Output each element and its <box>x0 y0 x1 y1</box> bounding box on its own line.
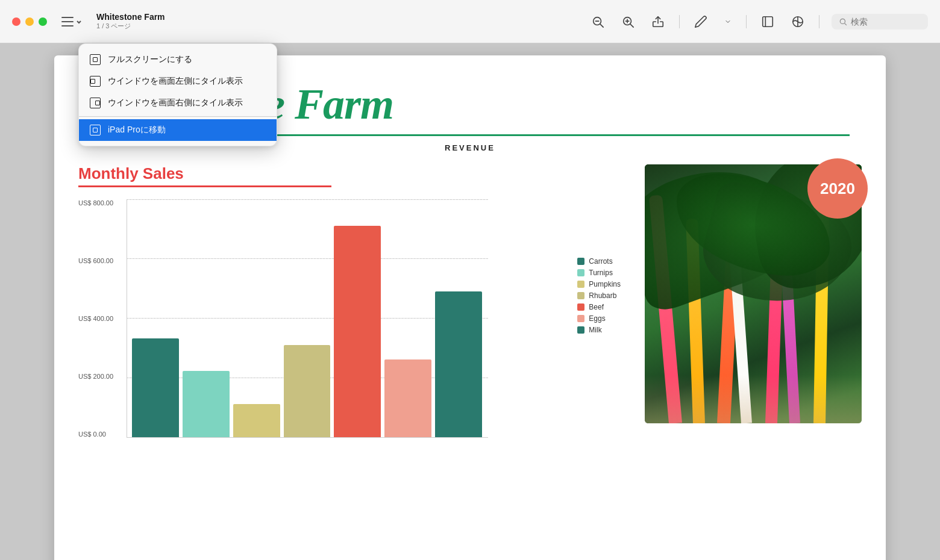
y-label-0: US$ 0.00 <box>78 431 113 438</box>
menu-item-ipad[interactable]: iPad Proに移動 <box>79 119 277 141</box>
fullscreen-icon-inner <box>93 57 98 62</box>
chart-bar-beef <box>334 226 381 437</box>
chart-bar-carrots <box>132 338 179 437</box>
search-icon <box>839 17 847 26</box>
svg-line-6 <box>630 24 633 27</box>
menu-divider <box>79 116 277 117</box>
thumbnails-icon <box>761 15 774 28</box>
legend-label-carrots: Carrots <box>589 257 612 266</box>
y-label-600: US$ 600.00 <box>78 257 113 264</box>
thumbnails-button[interactable] <box>759 13 777 31</box>
chart-bar-rhubarb <box>284 345 331 437</box>
share-icon <box>651 15 665 28</box>
tile-left-icon-inner <box>90 79 95 84</box>
chart-bar-eggs <box>384 359 431 437</box>
legend-label-pumpkins: Pumpkins <box>589 280 621 288</box>
ipad-icon <box>90 125 101 135</box>
ipad-icon-inner <box>93 128 98 132</box>
year-badge: 2020 <box>807 158 868 219</box>
toolbar-actions <box>589 13 928 31</box>
legend-item-rhubarb: Rhubarb <box>577 291 621 300</box>
image-section: 2020 <box>645 164 862 423</box>
sidebar-icon <box>61 17 74 26</box>
titlebar: Whitestone Farm 1 / 3 ページ <box>0 0 940 43</box>
svg-rect-7 <box>763 16 773 26</box>
legend-item-milk: Milk <box>577 326 621 334</box>
legend-item-pumpkins: Pumpkins <box>577 280 621 288</box>
zoom-out-button[interactable] <box>589 13 607 31</box>
legend-label-beef: Beef <box>589 303 604 311</box>
legend-item-turnips: Turnips <box>577 269 621 277</box>
legend-swatch-beef <box>577 303 584 311</box>
menu-item-fullscreen[interactable]: フルスクリーンにする <box>79 49 277 70</box>
y-label-400: US$ 400.00 <box>78 315 113 322</box>
legend-label-eggs: Eggs <box>589 314 605 323</box>
tile-left-icon <box>90 76 101 87</box>
maximize-button[interactable] <box>39 17 47 26</box>
menu-item-ipad-label: iPad Proに移動 <box>108 125 166 135</box>
minimize-button[interactable] <box>25 17 34 26</box>
fullscreen-icon <box>90 54 101 65</box>
search-input[interactable] <box>851 17 911 26</box>
svg-line-12 <box>845 23 847 25</box>
legend-item-eggs: Eggs <box>577 314 621 323</box>
toolbar-divider3 <box>819 15 819 28</box>
chart-bar-pumpkins <box>233 404 280 437</box>
title-block: Whitestone Farm 1 / 3 ページ <box>96 12 165 31</box>
chart-title: Monthly Sales <box>78 164 621 183</box>
chevron-down-icon <box>76 19 82 25</box>
chart-container: US$ 800.00 US$ 600.00 US$ 400.00 US$ 200… <box>78 199 500 452</box>
zoom-out-icon <box>591 15 604 28</box>
tile-right-icon <box>90 98 101 108</box>
toolbar-divider2 <box>746 15 747 28</box>
annotate-button[interactable] <box>692 13 710 31</box>
window-controls <box>12 17 47 26</box>
chart-section: Monthly Sales US$ 800.00 US$ 600.00 <box>78 164 621 452</box>
chevron-down-icon <box>724 18 732 25</box>
menu-item-tile-right-label: ウインドウを画面右側にタイル表示 <box>108 98 243 108</box>
legend-label-turnips: Turnips <box>589 269 613 277</box>
legend-swatch-eggs <box>577 315 584 322</box>
zoom-in-icon <box>621 15 634 28</box>
legend-swatch-carrots <box>577 258 584 265</box>
document-title: Whitestone Farm <box>96 12 165 22</box>
legend-swatch-pumpkins <box>577 281 584 288</box>
zoom-in-button[interactable] <box>619 13 637 31</box>
menu-item-tile-left[interactable]: ウインドウを画面左側にタイル表示 <box>79 70 277 92</box>
search-box[interactable] <box>832 14 928 30</box>
menu-item-tile-left-label: ウインドウを画面左側にタイル表示 <box>108 76 243 87</box>
legend-item-beef: Beef <box>577 303 621 311</box>
legend-item-carrots: Carrots <box>577 257 621 266</box>
share-button[interactable] <box>649 13 667 31</box>
chart-bars <box>127 199 488 438</box>
markup-button[interactable] <box>789 13 807 31</box>
chart-title-underline <box>78 185 331 187</box>
sidebar-toggle-button[interactable] <box>57 14 87 29</box>
legend-label-rhubarb: Rhubarb <box>589 291 616 300</box>
legend-swatch-turnips <box>577 269 584 276</box>
markup-icon <box>791 15 804 28</box>
page-indicator: 1 / 3 ページ <box>96 22 131 31</box>
menu-item-fullscreen-label: フルスクリーンにする <box>108 54 192 65</box>
chart-legend: CarrotsTurnipsPumpkinsRhubarbBeefEggsMil… <box>577 257 621 334</box>
chart-bar-turnips <box>183 371 230 437</box>
dropdown-menu: フルスクリーンにする ウインドウを画面左側にタイル表示 ウインドウを画面右側にタ… <box>78 43 277 146</box>
close-button[interactable] <box>12 17 20 26</box>
menu-item-tile-right[interactable]: ウインドウを画面右側にタイル表示 <box>79 92 277 114</box>
chart-bar-milk <box>435 291 482 437</box>
y-label-800: US$ 800.00 <box>78 199 113 207</box>
svg-point-11 <box>840 19 845 23</box>
legend-label-milk: Milk <box>589 326 601 334</box>
pencil-icon <box>694 15 707 28</box>
legend-swatch-milk <box>577 326 584 334</box>
chart-y-labels: US$ 800.00 US$ 600.00 US$ 400.00 US$ 200… <box>78 199 113 452</box>
content-body: Monthly Sales US$ 800.00 US$ 600.00 <box>54 164 886 452</box>
y-label-200: US$ 200.00 <box>78 373 113 380</box>
toolbar-divider <box>679 15 680 28</box>
svg-line-2 <box>600 24 603 27</box>
legend-swatch-rhubarb <box>577 292 584 299</box>
annotate-dropdown-button[interactable] <box>722 16 734 28</box>
tile-right-icon-inner <box>95 101 100 105</box>
